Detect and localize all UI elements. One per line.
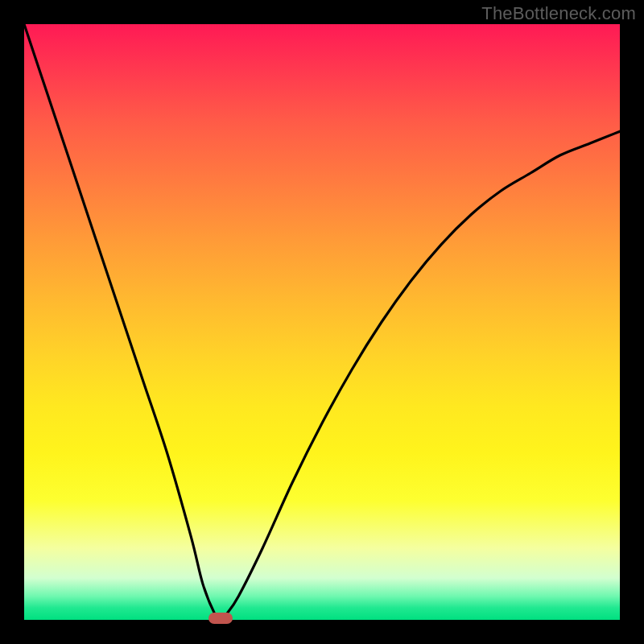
optimal-marker [208,613,233,624]
bottleneck-curve-path [24,24,620,620]
plot-area [24,24,620,620]
chart-frame: TheBottleneck.com [0,0,644,644]
curve-svg [24,24,620,620]
watermark-text: TheBottleneck.com [481,3,636,24]
